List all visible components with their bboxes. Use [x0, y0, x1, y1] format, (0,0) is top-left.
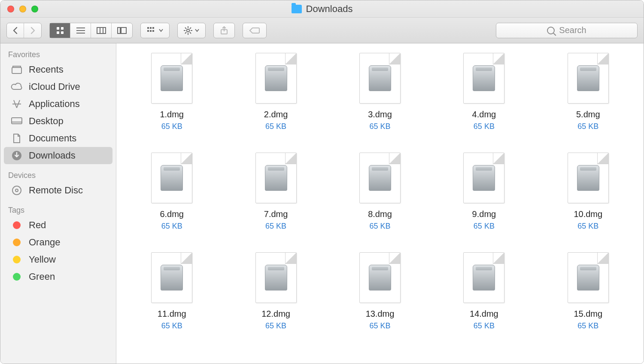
dmg-file-icon	[255, 53, 297, 104]
file-item[interactable]: 11.dmg65 KB	[128, 252, 215, 330]
edit-tags-button[interactable]	[243, 23, 267, 38]
file-item[interactable]: 3.dmg65 KB	[337, 53, 423, 131]
file-name: 11.dmg	[158, 309, 186, 319]
dmg-file-icon	[255, 252, 297, 303]
dmg-file-icon	[568, 252, 609, 303]
svg-rect-28	[12, 67, 21, 73]
sidebar-section-devices: Devices	[0, 168, 116, 182]
action-menu-button[interactable]	[177, 23, 206, 38]
file-item[interactable]: 5.dmg65 KB	[545, 53, 632, 131]
sidebar-tag-red[interactable]: Red	[4, 217, 112, 234]
file-name: 14.dmg	[470, 309, 498, 319]
sidebar-item-remote-disc[interactable]: Remote Disc	[4, 182, 112, 199]
file-grid-area[interactable]: 1.dmg65 KB2.dmg65 KB3.dmg65 KB4.dmg65 KB…	[116, 43, 644, 364]
tag-icon	[249, 27, 260, 34]
file-item[interactable]: 6.dmg65 KB	[128, 153, 215, 231]
file-size: 65 KB	[161, 122, 182, 131]
back-button[interactable]	[7, 23, 24, 38]
svg-rect-14	[152, 27, 154, 29]
gallery-view-button[interactable]	[112, 23, 132, 38]
chevron-down-icon	[159, 29, 163, 32]
dmg-file-icon	[151, 53, 192, 104]
file-item[interactable]: 13.dmg65 KB	[337, 252, 423, 330]
file-size: 65 KB	[265, 122, 286, 131]
dmg-file-icon	[359, 53, 401, 104]
sidebar-item-label: Red	[29, 220, 46, 231]
svg-rect-11	[121, 28, 126, 34]
tag-dot-icon	[11, 237, 23, 248]
sidebar-item-label: Documents	[29, 133, 76, 144]
sidebar-section-favorites: Favorites	[0, 48, 116, 61]
dmg-file-icon	[568, 53, 609, 104]
svg-rect-17	[152, 30, 154, 32]
svg-line-23	[185, 28, 186, 29]
tag-dot-icon	[11, 254, 23, 265]
file-name: 9.dmg	[472, 209, 496, 219]
sidebar-item-downloads[interactable]: Downloads	[4, 147, 112, 164]
column-view-button[interactable]	[91, 23, 112, 38]
minimize-window-button[interactable]	[19, 6, 26, 12]
sidebar-item-applications[interactable]: Applications	[4, 95, 112, 113]
file-name: 1.dmg	[160, 110, 184, 119]
list-view-button[interactable]	[70, 23, 91, 38]
forward-button[interactable]	[24, 23, 41, 38]
tag-dot-icon	[11, 272, 23, 282]
sidebar-tag-orange[interactable]: Orange	[4, 234, 112, 251]
file-name: 10.dmg	[574, 209, 602, 219]
file-item[interactable]: 1.dmg65 KB	[128, 53, 215, 131]
share-icon	[220, 26, 228, 35]
svg-rect-3	[61, 31, 64, 34]
file-size: 65 KB	[161, 321, 182, 330]
file-item[interactable]: 14.dmg65 KB	[440, 252, 527, 330]
chevron-down-icon	[195, 29, 199, 32]
svg-rect-16	[150, 30, 152, 32]
file-name: 13.dmg	[366, 309, 395, 319]
file-item[interactable]: 2.dmg65 KB	[232, 53, 319, 131]
zoom-window-button[interactable]	[31, 6, 38, 12]
svg-rect-10	[118, 28, 120, 34]
sidebar-item-label: Applications	[29, 98, 80, 110]
svg-rect-15	[147, 30, 149, 32]
gear-icon	[184, 26, 192, 35]
close-window-button[interactable]	[7, 6, 14, 12]
file-name: 12.dmg	[261, 309, 290, 319]
file-item[interactable]: 15.dmg65 KB	[545, 252, 632, 330]
svg-rect-1	[61, 27, 64, 30]
sidebar-item-desktop[interactable]: Desktop	[4, 113, 112, 130]
search-field[interactable]: Search	[496, 23, 638, 38]
sidebar-item-documents[interactable]: Documents	[4, 130, 112, 147]
file-item[interactable]: 12.dmg65 KB	[232, 252, 319, 330]
file-item[interactable]: 9.dmg65 KB	[440, 153, 527, 231]
disc-icon	[11, 185, 23, 196]
file-name: 5.dmg	[576, 110, 600, 119]
downloads-icon	[11, 150, 23, 161]
file-name: 7.dmg	[264, 209, 288, 219]
sidebar-item-icloud[interactable]: iCloud Drive	[4, 78, 112, 95]
svg-rect-7	[97, 28, 106, 34]
svg-rect-12	[147, 27, 149, 29]
sidebar-item-label: Desktop	[29, 116, 64, 127]
cloud-icon	[11, 82, 23, 92]
dmg-file-icon	[568, 153, 609, 203]
file-item[interactable]: 10.dmg65 KB	[545, 153, 632, 231]
file-item[interactable]: 7.dmg65 KB	[232, 153, 319, 231]
view-mode-segment	[49, 23, 133, 38]
share-button[interactable]	[213, 23, 235, 38]
sidebar-item-label: Recents	[29, 64, 64, 75]
file-size: 65 KB	[577, 122, 598, 131]
sidebar-tag-green[interactable]: Green	[4, 268, 112, 285]
svg-rect-29	[12, 118, 22, 124]
sidebar-item-label: iCloud Drive	[29, 81, 80, 92]
sidebar-tag-yellow[interactable]: Yellow	[4, 251, 112, 268]
sidebar-item-recents[interactable]: Recents	[4, 61, 112, 78]
documents-icon	[11, 133, 23, 144]
window-body: Favorites Recents iCloud Drive Applicati…	[0, 43, 644, 364]
svg-point-33	[15, 189, 18, 192]
group-by-button[interactable]	[140, 23, 170, 38]
file-item[interactable]: 8.dmg65 KB	[337, 153, 423, 231]
file-item[interactable]: 4.dmg65 KB	[440, 53, 527, 131]
icon-view-button[interactable]	[50, 23, 70, 38]
svg-line-26	[190, 28, 191, 29]
file-size: 65 KB	[265, 222, 286, 231]
file-size: 65 KB	[161, 222, 182, 231]
